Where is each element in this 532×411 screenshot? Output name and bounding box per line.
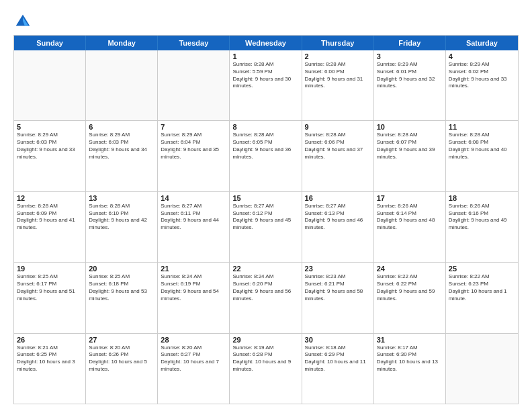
calendar-cell: 1Sunrise: 8:28 AM Sunset: 5:59 PM Daylig… [230, 50, 302, 120]
day-number: 25 [449, 265, 515, 273]
calendar-cell: 20Sunrise: 8:25 AM Sunset: 6:18 PM Dayli… [86, 263, 158, 332]
cell-info: Sunrise: 8:28 AM Sunset: 5:59 PM Dayligh… [232, 61, 298, 90]
calendar-week-4: 19Sunrise: 8:25 AM Sunset: 6:17 PM Dayli… [14, 263, 518, 333]
calendar-cell: 19Sunrise: 8:25 AM Sunset: 6:17 PM Dayli… [14, 263, 86, 332]
calendar-cell [446, 334, 518, 404]
page: SundayMondayTuesdayWednesdayThursdayFrid… [0, 0, 532, 411]
calendar-week-2: 5Sunrise: 8:29 AM Sunset: 6:03 PM Daylig… [14, 121, 518, 191]
cell-info: Sunrise: 8:27 AM Sunset: 6:12 PM Dayligh… [232, 203, 298, 232]
day-number: 30 [305, 336, 371, 344]
header [13, 12, 519, 31]
cell-info: Sunrise: 8:20 AM Sunset: 6:26 PM Dayligh… [89, 345, 154, 373]
day-number: 27 [89, 336, 154, 344]
cell-info: Sunrise: 8:26 AM Sunset: 6:14 PM Dayligh… [377, 203, 443, 232]
cell-info: Sunrise: 8:19 AM Sunset: 6:28 PM Dayligh… [232, 345, 298, 373]
calendar-body: 1Sunrise: 8:28 AM Sunset: 5:59 PM Daylig… [14, 50, 518, 404]
calendar-cell: 2Sunrise: 8:28 AM Sunset: 6:00 PM Daylig… [302, 50, 374, 120]
day-number: 11 [449, 123, 515, 131]
cell-info: Sunrise: 8:27 AM Sunset: 6:11 PM Dayligh… [161, 203, 226, 232]
header-day-sunday: Sunday [14, 36, 86, 50]
calendar-cell: 11Sunrise: 8:28 AM Sunset: 6:08 PM Dayli… [446, 121, 518, 191]
logo [13, 12, 35, 31]
cell-info: Sunrise: 8:22 AM Sunset: 6:22 PM Dayligh… [377, 273, 443, 302]
cell-info: Sunrise: 8:29 AM Sunset: 6:03 PM Dayligh… [17, 132, 83, 161]
cell-info: Sunrise: 8:24 AM Sunset: 6:19 PM Dayligh… [161, 273, 226, 302]
day-number: 15 [232, 194, 298, 202]
cell-info: Sunrise: 8:23 AM Sunset: 6:21 PM Dayligh… [305, 273, 371, 302]
calendar-cell: 5Sunrise: 8:29 AM Sunset: 6:03 PM Daylig… [14, 121, 86, 191]
calendar-cell: 3Sunrise: 8:29 AM Sunset: 6:01 PM Daylig… [374, 50, 446, 120]
cell-info: Sunrise: 8:28 AM Sunset: 6:00 PM Dayligh… [305, 61, 371, 90]
calendar-cell: 28Sunrise: 8:20 AM Sunset: 6:27 PM Dayli… [158, 334, 230, 404]
calendar-cell: 6Sunrise: 8:29 AM Sunset: 6:03 PM Daylig… [86, 121, 158, 191]
calendar-cell: 18Sunrise: 8:26 AM Sunset: 6:16 PM Dayli… [446, 192, 518, 262]
calendar-cell: 26Sunrise: 8:21 AM Sunset: 6:25 PM Dayli… [14, 334, 86, 404]
cell-info: Sunrise: 8:22 AM Sunset: 6:23 PM Dayligh… [449, 273, 515, 302]
calendar-cell: 8Sunrise: 8:28 AM Sunset: 6:05 PM Daylig… [230, 121, 302, 191]
calendar-cell: 4Sunrise: 8:29 AM Sunset: 6:02 PM Daylig… [446, 50, 518, 120]
calendar-cell: 14Sunrise: 8:27 AM Sunset: 6:11 PM Dayli… [158, 192, 230, 262]
cell-info: Sunrise: 8:28 AM Sunset: 6:06 PM Dayligh… [305, 132, 371, 161]
calendar-cell: 10Sunrise: 8:28 AM Sunset: 6:07 PM Dayli… [374, 121, 446, 191]
day-number: 3 [377, 52, 443, 60]
calendar-week-1: 1Sunrise: 8:28 AM Sunset: 5:59 PM Daylig… [14, 50, 518, 121]
calendar-cell: 23Sunrise: 8:23 AM Sunset: 6:21 PM Dayli… [302, 263, 374, 332]
day-number: 29 [232, 336, 298, 344]
cell-info: Sunrise: 8:21 AM Sunset: 6:25 PM Dayligh… [17, 345, 83, 373]
calendar-cell: 9Sunrise: 8:28 AM Sunset: 6:06 PM Daylig… [302, 121, 374, 191]
cell-info: Sunrise: 8:28 AM Sunset: 6:09 PM Dayligh… [17, 203, 83, 232]
calendar-week-5: 26Sunrise: 8:21 AM Sunset: 6:25 PM Dayli… [14, 334, 518, 404]
calendar-cell: 12Sunrise: 8:28 AM Sunset: 6:09 PM Dayli… [14, 192, 86, 262]
calendar-cell: 25Sunrise: 8:22 AM Sunset: 6:23 PM Dayli… [446, 263, 518, 332]
calendar: SundayMondayTuesdayWednesdayThursdayFrid… [13, 35, 519, 404]
calendar-cell: 21Sunrise: 8:24 AM Sunset: 6:19 PM Dayli… [158, 263, 230, 332]
cell-info: Sunrise: 8:20 AM Sunset: 6:27 PM Dayligh… [161, 345, 226, 373]
cell-info: Sunrise: 8:28 AM Sunset: 6:08 PM Dayligh… [449, 132, 515, 161]
day-number: 17 [377, 194, 443, 202]
calendar-cell: 29Sunrise: 8:19 AM Sunset: 6:28 PM Dayli… [230, 334, 302, 404]
calendar-cell: 13Sunrise: 8:28 AM Sunset: 6:10 PM Dayli… [86, 192, 158, 262]
header-day-thursday: Thursday [302, 36, 374, 50]
header-day-wednesday: Wednesday [230, 36, 302, 50]
day-number: 9 [305, 123, 371, 131]
day-number: 8 [232, 123, 298, 131]
day-number: 26 [17, 336, 83, 344]
cell-info: Sunrise: 8:28 AM Sunset: 6:07 PM Dayligh… [377, 132, 443, 161]
day-number: 21 [161, 265, 226, 273]
calendar-cell [158, 50, 230, 120]
cell-info: Sunrise: 8:25 AM Sunset: 6:18 PM Dayligh… [89, 273, 154, 302]
cell-info: Sunrise: 8:29 AM Sunset: 6:04 PM Dayligh… [161, 132, 226, 161]
calendar-header: SundayMondayTuesdayWednesdayThursdayFrid… [14, 36, 518, 50]
day-number: 23 [305, 265, 371, 273]
calendar-cell: 16Sunrise: 8:27 AM Sunset: 6:13 PM Dayli… [302, 192, 374, 262]
calendar-cell: 24Sunrise: 8:22 AM Sunset: 6:22 PM Dayli… [374, 263, 446, 332]
day-number: 6 [89, 123, 154, 131]
day-number: 19 [17, 265, 83, 273]
day-number: 18 [449, 194, 515, 202]
calendar-cell: 27Sunrise: 8:20 AM Sunset: 6:26 PM Dayli… [86, 334, 158, 404]
day-number: 5 [17, 123, 83, 131]
day-number: 20 [89, 265, 154, 273]
header-day-monday: Monday [86, 36, 158, 50]
calendar-cell: 15Sunrise: 8:27 AM Sunset: 6:12 PM Dayli… [230, 192, 302, 262]
cell-info: Sunrise: 8:18 AM Sunset: 6:29 PM Dayligh… [305, 345, 371, 373]
day-number: 7 [161, 123, 226, 131]
day-number: 2 [305, 52, 371, 60]
day-number: 24 [377, 265, 443, 273]
cell-info: Sunrise: 8:28 AM Sunset: 6:05 PM Dayligh… [232, 132, 298, 161]
header-day-saturday: Saturday [446, 36, 518, 50]
logo-icon [13, 12, 32, 31]
cell-info: Sunrise: 8:29 AM Sunset: 6:01 PM Dayligh… [377, 61, 443, 90]
cell-info: Sunrise: 8:28 AM Sunset: 6:10 PM Dayligh… [89, 203, 154, 232]
calendar-cell: 17Sunrise: 8:26 AM Sunset: 6:14 PM Dayli… [374, 192, 446, 262]
day-number: 16 [305, 194, 371, 202]
calendar-cell [86, 50, 158, 120]
calendar-cell: 7Sunrise: 8:29 AM Sunset: 6:04 PM Daylig… [158, 121, 230, 191]
calendar-cell: 30Sunrise: 8:18 AM Sunset: 6:29 PM Dayli… [302, 334, 374, 404]
cell-info: Sunrise: 8:24 AM Sunset: 6:20 PM Dayligh… [232, 273, 298, 302]
day-number: 22 [232, 265, 298, 273]
calendar-cell [14, 50, 86, 120]
calendar-cell: 22Sunrise: 8:24 AM Sunset: 6:20 PM Dayli… [230, 263, 302, 332]
day-number: 12 [17, 194, 83, 202]
day-number: 31 [377, 336, 443, 344]
